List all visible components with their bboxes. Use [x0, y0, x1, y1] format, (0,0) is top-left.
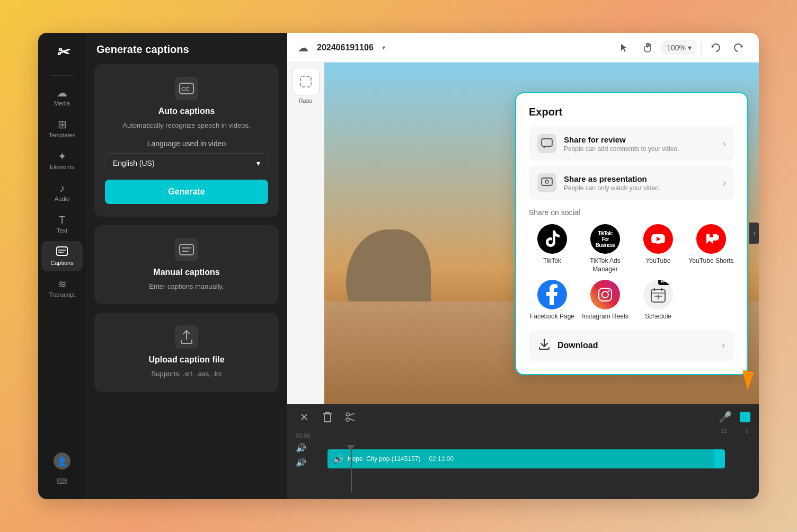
social-label: Share on social: [529, 208, 734, 217]
panel-collapse-btn[interactable]: ‹: [749, 223, 759, 244]
svg-line-26: [349, 419, 355, 421]
yt-shorts-label: YouTube Shorts: [688, 257, 733, 265]
undo-button[interactable]: [706, 38, 725, 57]
share-presentation-text: Share as presentation People can only wa…: [564, 174, 715, 192]
instagram-label: Instagram Reels: [582, 313, 628, 321]
manual-icon: [175, 238, 198, 261]
share-review-desc: People can add comments to your video.: [564, 145, 715, 153]
social-item-instagram[interactable]: Instagram Reels: [582, 280, 628, 321]
share-review-arrow: ›: [723, 138, 726, 149]
auto-captions-desc: Automatically recognize speech in videos…: [122, 120, 250, 131]
youtube-icon: [643, 224, 673, 254]
share-for-review-item[interactable]: Share for review People can add comments…: [529, 127, 734, 161]
share-as-presentation-item[interactable]: Share as presentation People can only wa…: [529, 166, 734, 200]
language-select[interactable]: English (US) ▾: [105, 153, 268, 173]
sidebar-expand-btn[interactable]: ⌨: [41, 474, 83, 489]
playhead-head: [347, 445, 355, 450]
toolbar-separator: [701, 41, 702, 54]
playhead: [351, 449, 352, 492]
hand-tool-btn[interactable]: [638, 38, 657, 57]
timeline-split-icon[interactable]: [296, 409, 313, 425]
text-icon: T: [59, 215, 65, 225]
timeline-mic-icon[interactable]: 🎤: [716, 409, 733, 425]
download-item[interactable]: Download ›: [529, 330, 734, 361]
ratio-button[interactable]: [292, 68, 320, 95]
sidebar-item-elements[interactable]: ✦ Elements: [41, 146, 83, 175]
panel-title: Generate captions: [96, 43, 277, 56]
sidebar-item-captions[interactable]: Captions: [41, 241, 83, 271]
audio-track-duration: 02:11:00: [429, 455, 454, 463]
share-presentation-icon: [537, 173, 556, 192]
timeline-cut-icon[interactable]: [342, 409, 359, 425]
upload-captions-card[interactable]: Upload caption file Supports: .srt, .ass…: [94, 313, 279, 392]
generate-button[interactable]: Generate: [105, 180, 268, 204]
pointer-tool-btn[interactable]: [615, 38, 634, 57]
manual-captions-card[interactable]: Manual captions Enter captions manually.: [94, 225, 279, 305]
media-icon: ☁: [57, 87, 67, 98]
social-item-youtube[interactable]: YouTube: [635, 224, 681, 273]
svg-rect-9: [542, 178, 552, 185]
timeline-numbers: 00:00: [287, 430, 759, 441]
svg-rect-0: [57, 247, 67, 255]
tiktok-icon: [537, 224, 567, 254]
facebook-icon: [537, 280, 567, 309]
volume-icon-2[interactable]: 🔊: [296, 457, 306, 467]
audio-track-label: Hope. City pop.(1145157): [348, 455, 420, 463]
sidebar-bottom: 👤 ⌨: [41, 453, 83, 491]
timeline-right-time: :11: [719, 428, 727, 434]
ratio-label: Ratio: [299, 97, 313, 104]
auto-captions-card[interactable]: CC Auto captions Automatically recognize…: [94, 64, 279, 217]
export-share-row: Share for review People can add comments…: [529, 127, 734, 200]
redo-button[interactable]: [729, 38, 748, 57]
cursor-indicator: [741, 371, 752, 390]
captions-icon: [56, 246, 68, 258]
svg-point-10: [545, 180, 548, 183]
timeline-tracks: 🔊 Hope. City pop.(1145157) 02:11:00: [287, 449, 759, 492]
sidebar-item-media[interactable]: ☁ Media: [41, 82, 83, 112]
sidebar-item-templates[interactable]: ⊞ Templates: [41, 114, 83, 144]
schedule-icon: ●Free: [643, 280, 673, 309]
manual-captions-desc: Enter captions manually.: [149, 281, 224, 292]
user-avatar[interactable]: 👤: [54, 453, 70, 469]
social-item-tiktok[interactable]: TikTok: [529, 224, 575, 273]
youtube-label: YouTube: [645, 257, 670, 265]
download-icon: [538, 338, 550, 353]
social-item-facebook[interactable]: Facebook Page: [529, 280, 575, 321]
top-bar-tools: 100% ▾: [615, 38, 748, 57]
sidebar-label-templates: Templates: [49, 132, 75, 138]
main-area: ☁ 202406191106 ▾ 100% ▾: [287, 33, 759, 499]
social-grid: TikTok TikTok:ForBusiness TikTok Ads Man…: [529, 224, 734, 321]
zoom-button[interactable]: 100% ▾: [661, 40, 697, 55]
sidebar-item-transcript[interactable]: ≋ Transcript: [41, 273, 83, 303]
left-panel: Generate captions CC Auto captions Autom…: [86, 33, 287, 499]
top-bar: ☁ 202406191106 ▾ 100% ▾: [287, 33, 759, 63]
ratio-panel: Ratio: [287, 63, 324, 404]
free-badge: ●Free: [658, 280, 673, 285]
social-item-yt-shorts[interactable]: YouTube Shorts: [688, 224, 734, 273]
sidebar-label-text: Text: [57, 227, 67, 234]
upload-icon: [175, 325, 198, 349]
sidebar-item-text[interactable]: T Text: [41, 209, 83, 239]
cc-icon: CC: [175, 77, 198, 100]
timeline-delete-icon[interactable]: [319, 409, 336, 425]
tiktok-ads-label: TikTok Ads Manager: [582, 257, 628, 273]
sidebar-item-audio[interactable]: ♪ Audio: [41, 178, 83, 207]
instagram-icon: [590, 280, 620, 309]
timeline-toolbar: 🎤: [287, 404, 759, 430]
volume-icon-1[interactable]: 🔊: [296, 443, 306, 453]
app-logo: ✂: [51, 41, 73, 63]
teal-bar: [714, 449, 725, 468]
audio-track[interactable]: 🔊 Hope. City pop.(1145157) 02:11:00: [327, 449, 725, 468]
download-arrow: ›: [722, 340, 725, 351]
zoom-value: 100%: [667, 43, 686, 52]
tiktok-label: TikTok: [543, 257, 561, 265]
project-dropdown-arrow[interactable]: ▾: [382, 44, 385, 51]
upload-captions-desc: Supports: .srt, .ass, .lrc: [152, 369, 222, 379]
volume-controls: 🔊 🔊: [296, 443, 306, 467]
social-item-tiktok-ads[interactable]: TikTok:ForBusiness TikTok Ads Manager: [582, 224, 628, 273]
share-presentation-arrow: ›: [723, 178, 726, 189]
social-item-schedule[interactable]: ●Free Schedule: [635, 280, 681, 321]
timeline-area: 🎤 00:00 🔊 Hope. City pop.(1145157) 02:11…: [287, 404, 759, 499]
sidebar: ✂ ☁ Media ⊞ Templates ✦ Elements ♪ Audio…: [38, 33, 86, 499]
timeline-right-end: 0: [745, 428, 748, 434]
